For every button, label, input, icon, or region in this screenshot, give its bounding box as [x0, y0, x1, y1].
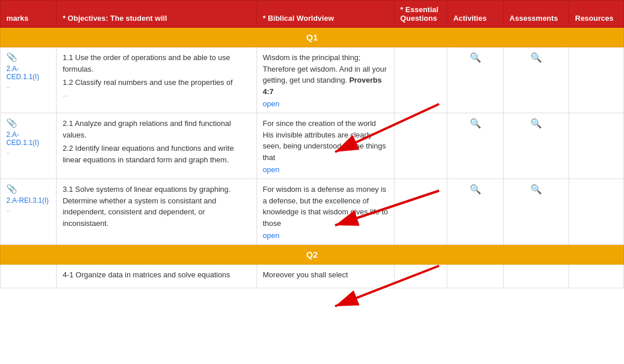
- activities-cell[interactable]: 🔍: [447, 113, 503, 179]
- dots: ..: [6, 148, 10, 155]
- biblical-cell: For since the creation of the world His …: [257, 113, 394, 179]
- header-row: marks * Objectives: The student will * B…: [1, 1, 624, 28]
- activities-cell[interactable]: 🔍: [447, 179, 503, 245]
- quarter-row-1: Q1: [1, 28, 624, 47]
- main-table: marks * Objectives: The student will * B…: [0, 0, 624, 288]
- remarks-cell: 📎2.A-CED.1.1(I)..: [1, 113, 57, 179]
- essential-questions-cell: [394, 47, 447, 113]
- biblical-text: Wisdom is the principal thing; Therefore…: [263, 52, 388, 97]
- dots: ..: [6, 206, 10, 213]
- search-icon[interactable]: 🔍: [510, 184, 563, 195]
- objectives-text: 1.1 Use the order of operations and be a…: [62, 52, 250, 88]
- search-icon[interactable]: 🔍: [510, 118, 563, 129]
- essential-questions-cell: [394, 179, 447, 245]
- resources-cell: [569, 179, 624, 245]
- remarks-cell: 📎2.A-REI.3.1(I)..: [1, 179, 57, 245]
- search-icon[interactable]: 🔍: [453, 52, 497, 63]
- assessments-cell[interactable]: 🔍: [503, 47, 569, 113]
- col-activities: Activities: [447, 1, 503, 28]
- objectives-cell: 3.1 Solve systems of linear equations by…: [57, 179, 257, 245]
- biblical-cell: Moreover you shall select: [257, 265, 394, 288]
- objectives-text: 2.1 Analyze and graph relations and find…: [62, 118, 250, 165]
- search-icon[interactable]: 🔍: [453, 184, 497, 195]
- biblical-text: For since the creation of the world His …: [263, 118, 388, 163]
- remarks-cell: [1, 265, 57, 288]
- quarter-row-2: Q2: [1, 245, 624, 265]
- standard-code: 2.A-CED.1.1(I): [6, 131, 50, 147]
- page-wrapper: marks * Objectives: The student will * B…: [0, 0, 624, 364]
- essential-questions-cell: [394, 265, 447, 288]
- activities-cell[interactable]: 🔍: [447, 47, 503, 113]
- objectives-text: 4-1 Organize data in matrices and solve …: [62, 269, 250, 281]
- clip-icon: 📎: [6, 52, 17, 62]
- table-row: 4-1 Organize data in matrices and solve …: [1, 265, 624, 288]
- clip-icon: 📎: [6, 118, 17, 128]
- objectives-truncated: ...: [62, 91, 250, 98]
- table-row: 📎2.A-REI.3.1(I)..3.1 Solve systems of li…: [1, 179, 624, 245]
- biblical-cell: For wisdom is a defense as money is a de…: [257, 179, 394, 245]
- assessments-cell[interactable]: [503, 265, 569, 288]
- quarter-label-1: Q1: [1, 28, 624, 47]
- assessments-cell[interactable]: 🔍: [503, 179, 569, 245]
- clip-icon: 📎: [6, 184, 17, 194]
- resources-cell: [569, 113, 624, 179]
- objectives-cell: 1.1 Use the order of operations and be a…: [57, 47, 257, 113]
- open-link[interactable]: open: [263, 99, 388, 108]
- activities-cell[interactable]: [447, 265, 503, 288]
- table-row: 📎2.A-CED.1.1(I)..1.1 Use the order of op…: [1, 47, 624, 113]
- col-assessments: Assessments: [503, 1, 569, 28]
- col-objectives: * Objectives: The student will: [57, 1, 257, 28]
- remarks-cell: 📎2.A-CED.1.1(I)..: [1, 47, 57, 113]
- biblical-text: For wisdom is a defense as money is a de…: [263, 184, 388, 229]
- dots: ..: [6, 82, 10, 89]
- objectives-cell: 4-1 Organize data in matrices and solve …: [57, 265, 257, 288]
- table-row: 📎2.A-CED.1.1(I)..2.1 Analyze and graph r…: [1, 113, 624, 179]
- open-link[interactable]: open: [263, 231, 388, 240]
- assessments-cell[interactable]: 🔍: [503, 113, 569, 179]
- col-essential: * Essential Questions: [394, 1, 447, 28]
- biblical-ref: Proverbs 4:7: [263, 76, 382, 96]
- essential-questions-cell: [394, 113, 447, 179]
- col-biblical: * Biblical Worldview: [257, 1, 394, 28]
- search-icon[interactable]: 🔍: [510, 52, 563, 63]
- search-icon[interactable]: 🔍: [453, 118, 497, 129]
- objectives-cell: 2.1 Analyze and graph relations and find…: [57, 113, 257, 179]
- quarter-label-2: Q2: [1, 245, 624, 265]
- objectives-text: 3.1 Solve systems of linear equations by…: [62, 184, 250, 229]
- biblical-text: Moreover you shall select: [263, 269, 388, 281]
- resources-cell: [569, 265, 624, 288]
- col-resources: Resources: [569, 1, 624, 28]
- resources-cell: [569, 47, 624, 113]
- open-link[interactable]: open: [263, 165, 388, 174]
- col-remarks: marks: [1, 1, 57, 28]
- biblical-cell: Wisdom is the principal thing; Therefore…: [257, 47, 394, 113]
- standard-code: 2.A-REI.3.1(I): [6, 196, 50, 205]
- standard-code: 2.A-CED.1.1(I): [6, 65, 50, 81]
